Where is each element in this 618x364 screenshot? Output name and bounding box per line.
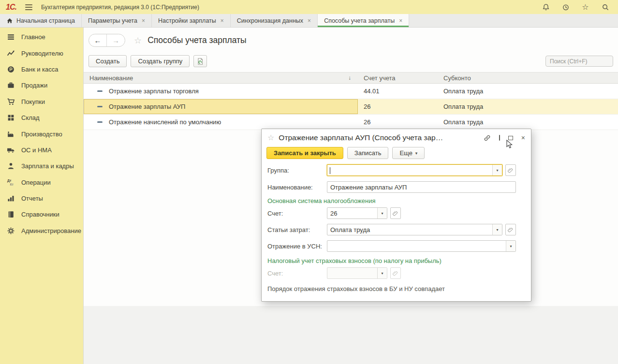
methods-table: Наименование ↓ Счет учета Субконто Отраж… [84,72,618,130]
back-button[interactable]: ← [89,34,107,46]
sidebar-item-administrirovanie[interactable]: Администрирование [0,223,83,239]
sidebar-item-operatsii[interactable]: ДтКт Операции [0,175,83,190]
favorite-star-icon[interactable]: ☆ [134,35,142,46]
sidebar-item-spravochniki[interactable]: Справочники [0,206,83,222]
get-link-icon[interactable] [484,134,491,142]
open-link-button[interactable] [505,224,516,235]
table-row[interactable]: Отражение начислений по умолчанию 26 Опл… [84,115,618,130]
close-icon[interactable]: × [521,134,525,141]
row-account: 26 [358,103,438,110]
tab-nastroyki-zarplaty[interactable]: Настройки зарплаты × [152,14,231,27]
global-search-icon[interactable] [601,3,609,11]
forward-button[interactable]: → [107,34,125,46]
tab-label: Настройки зарплаты [158,17,216,24]
favorites-star-icon[interactable]: ☆ [581,3,589,11]
dropdown-icon: ▾ [377,268,387,278]
cart-icon [7,98,15,106]
tax-account-input [327,268,377,278]
document-arrow-button[interactable] [193,55,207,67]
column-header-account[interactable]: Счет учета [358,74,438,82]
page-title: Способы учета зарплаты [147,35,247,45]
sidebar-item-label: Операции [21,179,51,186]
name-input[interactable] [327,181,516,193]
usn-field[interactable]: ▾ [327,240,516,252]
trend-chart-icon [7,49,15,58]
section-main-tax-system: Основная система налогообложения [267,196,525,205]
sidebar-item-glavnoe[interactable]: Главное [0,29,83,45]
account-input[interactable] [327,208,377,218]
more-button[interactable]: Еще ▾ [392,147,425,159]
tab-label: Начальная страница [16,17,75,24]
sidebar-item-label: Отчеты [21,195,43,202]
favorite-star-icon[interactable]: ☆ [267,134,274,142]
row-subconto: Оплата труда [438,103,618,110]
sidebar-item-label: Главное [21,33,45,41]
dropdown-icon[interactable]: ▾ [492,224,502,235]
app-window: 1С. Бухгалтерия предприятия, редакция 3.… [0,0,618,364]
cost-items-input[interactable] [327,224,492,235]
tab-close-icon[interactable]: × [308,17,311,24]
tab-home[interactable]: Начальная страница [0,14,82,27]
tab-sposoby-ucheta-zarplaty[interactable]: Способы учета зарплаты × [318,14,409,27]
sidebar-item-sklad[interactable]: Склад [0,110,83,126]
notification-bell-icon[interactable] [542,3,550,11]
row-subconto: Оплата труда [438,118,618,126]
column-header-subconto[interactable]: Субконто [438,74,618,82]
tab-close-icon[interactable]: × [399,17,402,24]
usn-input[interactable] [327,241,506,251]
save-and-close-button[interactable]: Записать и закрыть [266,147,343,159]
element-dialog: ☆ Отражение зарплаты АУП (Способ учета з… [261,129,531,302]
table-row[interactable]: Отражение зарплаты АУП 26 Оплата труда [84,99,618,115]
coin-icon [7,65,15,73]
gear-icon [7,227,15,235]
app-title: Бухгалтерия предприятия, редакция 3.0 (1… [41,4,199,11]
list-toolbar: Создать Создать группу [88,55,613,67]
search-input[interactable] [545,56,613,67]
history-icon[interactable] [561,3,570,11]
create-button[interactable]: Создать [88,55,127,67]
dialog-title: Отражение зарплаты АУП (Способ учета зар… [279,133,478,142]
group-field[interactable]: ▾ [327,164,502,176]
dialog-form: Группа: ▾ Наименование: Основная система… [262,163,531,292]
truck-icon [7,146,15,154]
tab-parametry-ucheta[interactable]: Параметры учета × [82,14,152,27]
sidebar-item-zarplata-i-kadry[interactable]: Зарплата и кадры [0,158,83,174]
sidebar-item-prodazhi[interactable]: Продажи [0,77,83,93]
sidebar-item-rukovoditelyu[interactable]: Руководителю [0,45,83,61]
sidebar-item-label: Администрирование [21,227,81,234]
collapse-icon[interactable] [499,135,500,141]
row-account: 26 [358,118,438,126]
tab-bar: Начальная страница Параметры учета × Нас… [0,14,618,28]
row-subconto: Оплата труда [438,87,618,95]
open-link-button[interactable] [505,164,516,176]
dropdown-icon[interactable]: ▾ [377,208,387,218]
menu-lines-icon [7,33,15,41]
list-element-icon [97,90,103,92]
sidebar-item-bank-i-kassa[interactable]: Банк и касса [0,61,83,77]
open-link-button[interactable] [390,207,401,219]
svg-text:Кт: Кт [10,183,14,186]
group-input[interactable] [330,165,492,175]
create-group-button[interactable]: Создать группу [131,55,190,67]
sidebar-item-label: ОС и НМА [21,146,52,154]
sidebar-item-pokupki[interactable]: Покупки [0,94,83,110]
column-header-name[interactable]: Наименование ↓ [84,74,358,82]
dropdown-icon[interactable]: ▾ [506,241,515,251]
account-field[interactable]: ▾ [327,207,387,219]
sidebar-item-proizvodstvo[interactable]: Производство [0,126,83,142]
cost-items-field[interactable]: ▾ [327,224,502,235]
main-menu-icon[interactable] [25,4,32,10]
person-icon [7,162,15,170]
mouse-cursor [506,140,513,149]
home-icon [6,17,13,24]
save-button[interactable]: Записать [347,147,389,159]
sidebar-item-os-i-nma[interactable]: ОС и НМА [0,142,83,158]
title-bar: 1С. Бухгалтерия предприятия, редакция 3.… [0,0,618,14]
tab-sinhronizatsiya-dannyh[interactable]: Синхронизация данных × [231,14,318,27]
tab-close-icon[interactable]: × [142,17,145,24]
dropdown-icon[interactable]: ▾ [492,165,502,175]
tab-close-icon[interactable]: × [221,17,224,24]
sidebar-item-label: Продажи [21,82,47,89]
sidebar-item-otchety[interactable]: Отчеты [0,190,83,206]
table-row[interactable]: Отражение зарплаты торговля 44.01 Оплата… [84,84,618,99]
